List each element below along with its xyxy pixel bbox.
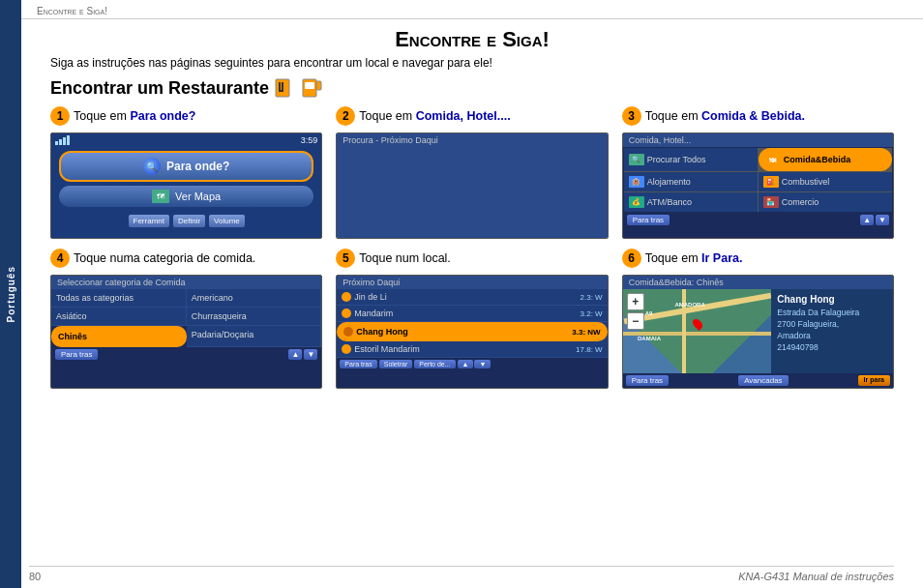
menu-comercio[interactable]: 🏪 Comercio bbox=[759, 192, 892, 212]
scroll-down-4[interactable]: ▼ bbox=[304, 349, 317, 360]
scroll-btns: ▲ ▼ bbox=[860, 215, 889, 225]
step-3: 3 Toque em Comida & Bebida. Comida, Hote… bbox=[622, 106, 894, 239]
step-6-header: 6 Toque em Ir Para. bbox=[622, 249, 894, 268]
map-label-amadora: AMADORA bbox=[674, 302, 704, 308]
screen5-footer: Para tras Soletrar Perto de... ▲ ▼ bbox=[337, 358, 607, 370]
scroll-up-4[interactable]: ▲ bbox=[288, 349, 302, 360]
step-6-screen: Comida&Bebida: Chinês AMADORA D bbox=[622, 275, 894, 389]
menu-procurar-todos[interactable]: 🔍 Procurar Todos bbox=[624, 148, 758, 171]
cat-padaria[interactable]: Padaria/Doçaria bbox=[187, 326, 322, 347]
screen4-para-tras[interactable]: Para tras bbox=[55, 349, 98, 360]
menu-area: 🔍 Para onde? 🗺 Ver Mapa bbox=[51, 147, 321, 211]
menu-comida-bebida[interactable]: 🍽 Comida&Bebida bbox=[759, 148, 892, 171]
loc-chang-hong[interactable]: Chang Hong 3.3: NW bbox=[337, 322, 607, 341]
fork-icon-1 bbox=[342, 292, 351, 302]
loc-mandarim[interactable]: Mandarim 3.2: W bbox=[337, 306, 607, 322]
step-1-number: 1 bbox=[50, 106, 70, 126]
step-3-text: Toque em Comida & Bebida. bbox=[645, 109, 805, 123]
cat-chines[interactable]: Chinês bbox=[51, 326, 187, 347]
search-icon: 🔍 bbox=[143, 158, 161, 175]
soletrar-btn[interactable]: Soletrar bbox=[379, 360, 413, 368]
combustivel-icon: ⛽ bbox=[763, 176, 779, 188]
screen5-header: Próximo Daqui bbox=[337, 276, 607, 289]
screen2-header: Procura - Próximo Daqui bbox=[337, 133, 607, 239]
screen6-footer: Para tras Avancadas Ir para bbox=[623, 373, 893, 388]
bottom-bar: Ferramnt Definir Volume bbox=[51, 213, 321, 229]
section-icons bbox=[275, 77, 323, 99]
svg-rect-5 bbox=[305, 82, 314, 89]
gas-icon bbox=[302, 77, 323, 99]
map-icon: 🗺 bbox=[152, 190, 169, 203]
cat-asiatico[interactable]: Asiático bbox=[51, 308, 187, 326]
atm-icon: 💰 bbox=[629, 196, 644, 208]
sidebar-label: Português bbox=[6, 266, 16, 322]
page-footer: 80 KNA-G431 Manual de instruções bbox=[29, 566, 894, 582]
para-onde-btn[interactable]: 🔍 Para onde? bbox=[59, 151, 313, 182]
zoom-in-btn[interactable]: + bbox=[627, 293, 644, 310]
menu-atm[interactable]: 💰 ATM/Banco bbox=[624, 192, 758, 212]
screen4-scroll: ▲ ▼ bbox=[288, 349, 317, 360]
step-6-text: Toque em Ir Para. bbox=[645, 251, 743, 265]
cat-todas[interactable]: Todas as categorias bbox=[51, 289, 187, 308]
subtitle: Siga as instruções nas páginas seguintes… bbox=[50, 56, 894, 70]
step-5-screen: Próximo Daqui Jin de Li 2.3: W Mandarim … bbox=[336, 275, 608, 389]
loc-jin-de-li[interactable]: Jin de Li 2.3: W bbox=[337, 289, 607, 306]
svg-rect-6 bbox=[316, 81, 321, 90]
menu-combustivel[interactable]: ⛽ Combustivel bbox=[759, 172, 892, 191]
step-1-screen: 3:59 🔍 Para onde? 🗺 Ver Mapa Ferra bbox=[50, 132, 322, 239]
ir-para-btn[interactable]: Ir para bbox=[858, 375, 890, 386]
address-line1: Estrada Da Falagueira bbox=[777, 308, 859, 317]
fork-icon-3 bbox=[343, 327, 353, 337]
screen6-body: AMADORA DAMAIA A9 + − bbox=[623, 289, 893, 373]
screen6-para-tras[interactable]: Para tras bbox=[626, 375, 669, 386]
section-title: Encontrar um Restaurante bbox=[50, 77, 894, 99]
address-line2: 2700 Falagueira, bbox=[777, 319, 839, 329]
scroll-down-5[interactable]: ▼ bbox=[474, 360, 491, 368]
screen3-para-tras[interactable]: Para tras bbox=[627, 215, 670, 225]
map-label-damaia: DAMAIA bbox=[638, 336, 661, 341]
fork-icon-2 bbox=[342, 309, 351, 318]
breadcrumb: Encontre e Siga! bbox=[21, 0, 923, 19]
step-6-number: 6 bbox=[622, 249, 641, 268]
scroll-up-5[interactable]: ▲ bbox=[458, 360, 474, 368]
menu-alojamento[interactable]: 🏨 Alojamento bbox=[624, 172, 758, 191]
zoom-out-btn[interactable]: − bbox=[627, 312, 644, 330]
location-name: Chang Hong bbox=[777, 294, 887, 305]
step-1: 1 Toque em Para onde? 3:59 bbox=[50, 106, 322, 239]
ferramnt-btn[interactable]: Ferramnt bbox=[129, 215, 169, 227]
step-2-number: 2 bbox=[336, 106, 355, 126]
cat-americano[interactable]: Americano bbox=[187, 289, 322, 308]
comida-bebida-icon: 🍽 bbox=[765, 154, 781, 165]
definir-btn[interactable]: Definir bbox=[173, 215, 205, 227]
step-4: 4 Toque numa categoria de comida. Selecc… bbox=[50, 249, 322, 389]
volume-btn[interactable]: Volume bbox=[209, 215, 245, 227]
step-2-header: 2 Toque em Comida, Hotel.... bbox=[336, 106, 608, 126]
location-list: Jin de Li 2.3: W Mandarim 3.2: W Chang H… bbox=[337, 289, 607, 358]
screen6-header: Comida&Bebida: Chinês bbox=[623, 276, 893, 289]
step-2-screen: Procura - Próximo Daqui 📍 Endereço 🍽 Com… bbox=[336, 132, 608, 239]
cat-churrasqueira[interactable]: Churrasqueira bbox=[187, 308, 322, 326]
ver-mapa-btn[interactable]: 🗺 Ver Mapa bbox=[59, 186, 313, 207]
address-line3: Amadora bbox=[777, 331, 811, 340]
perto-de-btn[interactable]: Perto de... bbox=[414, 360, 455, 368]
step-5: 5 Toque num local. Próximo Daqui Jin de … bbox=[336, 249, 608, 389]
loc-estoril[interactable]: Estoril Mandarim 17.8: W bbox=[337, 341, 607, 358]
step-5-text: Toque num local. bbox=[359, 251, 451, 265]
scroll-up[interactable]: ▲ bbox=[860, 215, 874, 225]
svg-rect-3 bbox=[279, 90, 283, 92]
status-bar: 3:59 bbox=[51, 133, 321, 147]
scroll-down[interactable]: ▼ bbox=[876, 215, 889, 225]
restaurant-icon bbox=[275, 77, 300, 99]
step-1-text: Toque em Para onde? bbox=[74, 109, 195, 123]
address-phone: 214940798 bbox=[777, 342, 819, 352]
step-2: 2 Toque em Comida, Hotel.... Procura - P… bbox=[336, 106, 608, 239]
avancadas-btn[interactable]: Avancadas bbox=[738, 375, 788, 386]
sidebar: Português bbox=[0, 0, 21, 588]
map-area: AMADORA DAMAIA A9 + − bbox=[623, 289, 772, 373]
screen5-para-tras[interactable]: Para tras bbox=[340, 360, 376, 368]
signal-bars bbox=[55, 135, 70, 145]
map-label-a9: A9 bbox=[645, 310, 653, 316]
step-4-text: Toque numa categoria de comida. bbox=[74, 251, 255, 265]
step-4-screen: Seleccionar categoria de Comida Todas as… bbox=[50, 275, 322, 389]
step-4-number: 4 bbox=[50, 249, 70, 268]
